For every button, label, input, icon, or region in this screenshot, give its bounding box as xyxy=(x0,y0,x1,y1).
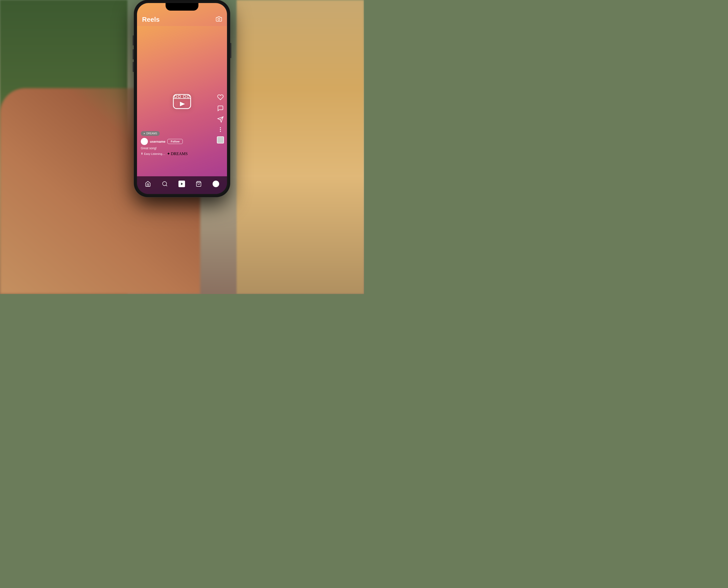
camera-icon[interactable] xyxy=(216,16,222,23)
music-tag-icon: ✦ xyxy=(167,151,170,156)
share-button[interactable] xyxy=(217,116,224,123)
user-row: username Follow xyxy=(141,138,187,145)
scene-wrapper: Reels xyxy=(0,0,364,294)
music-badge-label: DREAMS xyxy=(146,132,157,135)
bottom-info: ✦ DREAMS username Follow Great song! xyxy=(141,131,187,156)
nav-shop[interactable] xyxy=(196,181,202,187)
reels-play-icon[interactable] xyxy=(170,90,194,113)
nav-profile[interactable] xyxy=(213,181,219,187)
nav-reels[interactable] xyxy=(179,181,185,187)
screen: Reels xyxy=(137,3,227,194)
svg-line-11 xyxy=(166,185,167,186)
video-content[interactable]: ✦ DREAMS username Follow Great song! xyxy=(137,26,227,176)
profile-avatar xyxy=(213,181,219,187)
nav-search[interactable] xyxy=(162,181,168,187)
music-tag[interactable]: ✦ DREAMS xyxy=(167,151,188,156)
svg-rect-6 xyxy=(187,95,189,98)
caption-text: Great song! xyxy=(141,147,187,150)
phone: Reels xyxy=(134,0,230,197)
nav-reels-icon xyxy=(179,181,185,187)
svg-point-10 xyxy=(163,182,167,186)
nav-home[interactable] xyxy=(145,181,151,187)
username-label[interactable]: username xyxy=(150,140,165,144)
comment-button[interactable] xyxy=(217,105,224,112)
app-header: Reels xyxy=(137,15,227,26)
music-label: Easy Listening.... xyxy=(144,152,165,155)
more-button[interactable] xyxy=(220,127,221,132)
music-arrow-icon: ⬆ xyxy=(141,152,143,155)
phone-screen: Reels xyxy=(137,3,227,194)
svg-rect-4 xyxy=(178,95,181,98)
like-button[interactable] xyxy=(217,94,224,101)
phone-wrapper: Reels xyxy=(0,0,364,197)
svg-marker-7 xyxy=(180,102,185,106)
side-actions xyxy=(217,94,224,144)
svg-point-0 xyxy=(218,18,220,20)
music-info[interactable]: ⬆ Easy Listening.... xyxy=(141,152,165,155)
avatar[interactable] xyxy=(141,138,148,145)
svg-rect-3 xyxy=(175,95,177,98)
music-badge[interactable]: ✦ DREAMS xyxy=(141,131,160,136)
music-tag-label: DREAMS xyxy=(171,151,188,156)
svg-rect-5 xyxy=(183,95,185,98)
follow-button[interactable]: Follow xyxy=(167,139,183,144)
page-title: Reels xyxy=(142,16,160,23)
reel-thumbnail[interactable] xyxy=(217,136,224,144)
bottom-nav xyxy=(137,176,227,194)
svg-rect-1 xyxy=(174,94,190,109)
notch xyxy=(166,3,198,10)
music-note-icon: ✦ xyxy=(143,132,145,135)
music-row: ⬆ Easy Listening.... ✦ DREAMS xyxy=(141,151,187,156)
